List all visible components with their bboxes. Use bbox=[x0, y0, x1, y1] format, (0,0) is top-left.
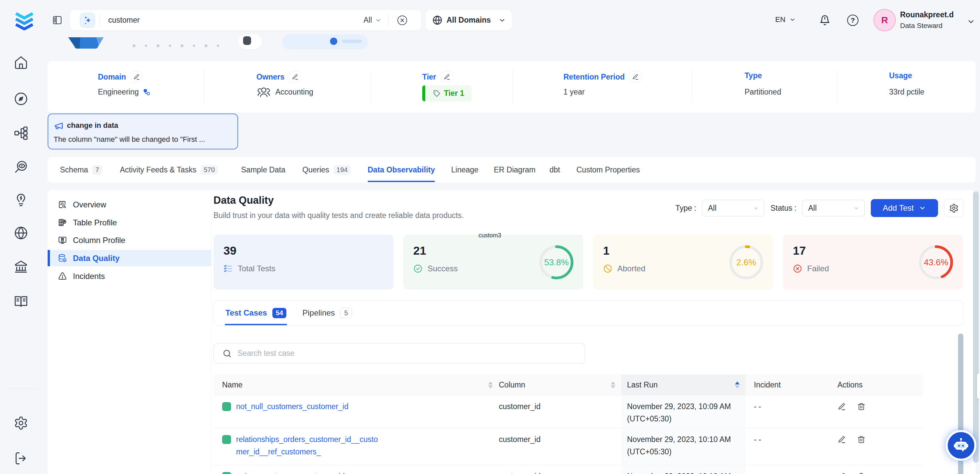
sidebar-collapse-icon[interactable] bbox=[52, 15, 63, 25]
chat-bot-button[interactable] bbox=[946, 430, 976, 461]
home-icon bbox=[14, 55, 28, 70]
gear-icon bbox=[949, 204, 959, 213]
sort-icons[interactable] bbox=[488, 382, 493, 388]
sidebar-item-logout[interactable] bbox=[13, 451, 29, 466]
column-header-column[interactable]: Column bbox=[499, 380, 621, 390]
globe-icon bbox=[432, 15, 442, 25]
edit-icon[interactable] bbox=[837, 402, 846, 411]
tab-label: Lineage bbox=[451, 157, 479, 183]
status-indicator bbox=[222, 435, 231, 444]
tab-label: ER Diagram bbox=[494, 157, 535, 183]
avatar[interactable]: R bbox=[873, 9, 896, 31]
tab-lineage[interactable]: Lineage bbox=[451, 157, 479, 183]
delete-icon[interactable] bbox=[857, 472, 865, 474]
user-role: Data Steward bbox=[900, 22, 942, 30]
card-label: Failed bbox=[807, 264, 829, 273]
tab-pipelines[interactable]: Pipelines 5 bbox=[302, 301, 352, 325]
card-label: Total Tests bbox=[238, 264, 275, 273]
edit-icon[interactable] bbox=[837, 472, 846, 474]
ai-sparkle-chip[interactable] bbox=[80, 13, 95, 28]
menu-item-incidents[interactable]: Incidents bbox=[48, 268, 211, 284]
column-header-name[interactable]: Name bbox=[213, 380, 499, 390]
column-header-last-run[interactable]: Last Run bbox=[621, 374, 746, 395]
sidebar-item-home[interactable] bbox=[13, 55, 29, 70]
tab-count-badge: 54 bbox=[272, 308, 286, 318]
tab-data-observability[interactable]: Data Observability bbox=[368, 157, 435, 183]
tab-label: Sample Data bbox=[241, 157, 285, 183]
global-search-bar[interactable]: customer All bbox=[70, 10, 422, 30]
test-case-search[interactable]: Search test case bbox=[213, 343, 585, 364]
search-scope-dropdown[interactable]: All bbox=[363, 16, 382, 25]
user-name: Rounakpreet.d bbox=[900, 10, 954, 19]
user-menu-chevron-icon[interactable] bbox=[967, 17, 975, 26]
tab-custom-properties[interactable]: Custom Properties bbox=[576, 157, 640, 183]
tab-schema[interactable]: Schema7 bbox=[60, 157, 102, 183]
lightbulb-icon bbox=[14, 193, 28, 208]
test-case-name-line: relationships_orders_customer_id__custo bbox=[236, 435, 378, 444]
card-value: 1 bbox=[603, 244, 609, 257]
announcement-body: The column "name" will be changed to "Fi… bbox=[54, 135, 205, 144]
page-scrollbar-thumb[interactable] bbox=[973, 191, 978, 463]
sidebar-item-govern[interactable] bbox=[13, 259, 29, 274]
delete-icon[interactable] bbox=[857, 435, 865, 444]
bank-icon bbox=[14, 259, 28, 274]
type-filter-select[interactable]: All bbox=[702, 200, 765, 216]
menu-item-data-quality[interactable]: Data Quality bbox=[48, 250, 211, 266]
tab-activity-feeds[interactable]: Activity Feeds & Tasks570 bbox=[120, 157, 218, 183]
bell-icon bbox=[819, 14, 831, 27]
domain-filter-value: All Domains bbox=[447, 16, 495, 25]
help-button[interactable]: ? bbox=[847, 14, 859, 26]
meta-value[interactable]: Engineering bbox=[98, 87, 139, 97]
edit-icon[interactable] bbox=[837, 435, 846, 444]
sidebar-item-domains[interactable] bbox=[13, 225, 29, 241]
cell-actions bbox=[827, 428, 923, 465]
edit-retention-button[interactable] bbox=[629, 71, 641, 83]
tab-er-diagram[interactable]: ER Diagram bbox=[494, 157, 535, 183]
sidebar-item-settings[interactable] bbox=[13, 415, 29, 431]
sidebar-item-platform-lineage[interactable] bbox=[13, 126, 29, 141]
edit-tier-button[interactable] bbox=[441, 71, 453, 83]
last-run-line: November 29, 2023, 10:10 AM bbox=[627, 470, 731, 474]
checklist-icon bbox=[223, 264, 233, 273]
summary-card-success: 21 Success 53.8% bbox=[403, 235, 584, 289]
menu-item-overview[interactable]: Overview bbox=[48, 196, 211, 213]
status-filter-select[interactable]: All bbox=[802, 200, 865, 216]
announcement-card[interactable]: change in data The column "name" will be… bbox=[48, 113, 238, 150]
sort-icons[interactable] bbox=[611, 382, 616, 388]
tab-dbt[interactable]: dbt bbox=[549, 157, 560, 183]
sidebar-item-insights[interactable] bbox=[13, 193, 29, 208]
search-input[interactable]: customer bbox=[108, 16, 363, 25]
aborted-ring: 2.6% bbox=[728, 244, 765, 281]
card-label: Aborted bbox=[617, 264, 645, 273]
edit-domain-button[interactable] bbox=[130, 71, 143, 83]
edit-owners-button[interactable] bbox=[289, 71, 301, 83]
tier-badge[interactable]: Tier 1 bbox=[422, 85, 471, 102]
search-clear-button[interactable] bbox=[396, 14, 408, 26]
test-settings-button[interactable] bbox=[944, 199, 963, 217]
edge-widget-handle[interactable] bbox=[977, 373, 980, 399]
cell-last-run: November 29, 2023, 10:09 AM (UTC+05:30) bbox=[621, 396, 746, 428]
test-case-link[interactable]: not_null_customers_customer_id bbox=[236, 401, 348, 413]
menu-item-table-profile[interactable]: Table Profile bbox=[48, 215, 211, 231]
sidebar-item-observability[interactable] bbox=[13, 159, 29, 174]
test-case-link[interactable]: unique_customers_customer_id bbox=[236, 470, 345, 474]
delete-icon[interactable] bbox=[857, 402, 865, 411]
meta-value[interactable]: Accounting bbox=[275, 87, 313, 97]
language-selector[interactable]: EN bbox=[775, 15, 796, 24]
tab-queries[interactable]: Queries194 bbox=[302, 157, 351, 183]
chevron-down-icon bbox=[375, 17, 382, 24]
test-case-link[interactable]: relationships_orders_customer_id__custom… bbox=[236, 433, 378, 458]
menu-item-column-profile[interactable]: Column Profile bbox=[48, 232, 211, 248]
tab-test-cases[interactable]: Test Cases 54 bbox=[226, 301, 286, 325]
tab-sample-data[interactable]: Sample Data bbox=[241, 157, 285, 183]
app-logo[interactable] bbox=[14, 9, 35, 30]
column-header-incident[interactable]: Incident bbox=[746, 380, 827, 390]
sort-icons[interactable] bbox=[735, 382, 740, 388]
tab-count: 194 bbox=[334, 165, 351, 175]
sidebar-item-explore[interactable] bbox=[13, 91, 29, 107]
domain-filter-button[interactable]: All Domains bbox=[425, 10, 512, 30]
menu-item-label: Data Quality bbox=[73, 254, 119, 263]
notifications-button[interactable] bbox=[819, 14, 831, 27]
add-test-button[interactable]: Add Test bbox=[871, 199, 938, 217]
sidebar-item-glossary[interactable] bbox=[13, 294, 29, 309]
